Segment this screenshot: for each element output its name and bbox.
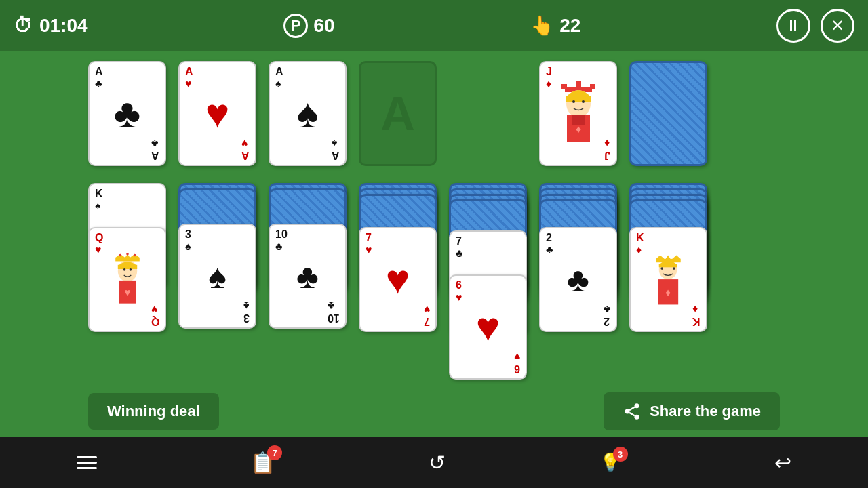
svg-rect-13: [115, 258, 140, 261]
menu-button[interactable]: [77, 456, 97, 469]
points-display: 60: [313, 15, 334, 37]
hand-icon: 👆: [530, 14, 554, 37]
winning-deal-label: Winning deal: [107, 403, 200, 420]
card-queen-hearts[interactable]: Q♥: [88, 227, 166, 332]
game-area: A♣ ♣ A♣ A♥ ♥ A♥ A♠ ♠ A♠ A J♦: [0, 51, 868, 437]
card-king-diamonds[interactable]: K♦ ♦: [629, 227, 707, 332]
hamburger-icon: [77, 456, 97, 469]
svg-marker-29: [672, 255, 680, 258]
tasks-button[interactable]: 📋 7: [250, 451, 275, 474]
col-5-stack[interactable]: 7♣ ♣ 7♣ 6♥ ♥ 6♥: [449, 183, 527, 373]
card-6-hearts[interactable]: 6♥ ♥ 6♥: [449, 274, 527, 380]
refresh-button[interactable]: ↺: [429, 451, 446, 474]
svg-point-36: [635, 415, 639, 420]
svg-point-17: [119, 253, 121, 256]
svg-point-30: [660, 267, 663, 270]
bottom-nav: 📋 7 ↺ 💡 3 ↩: [0, 437, 868, 488]
svg-rect-12: [117, 264, 136, 268]
svg-marker-28: [666, 255, 671, 258]
undo-button[interactable]: ↩: [774, 451, 791, 474]
card-7-hearts[interactable]: 7♥ ♥ 7♥: [359, 227, 437, 332]
winning-deal-button[interactable]: Winning deal: [88, 393, 219, 430]
share-game-label: Share the game: [650, 403, 761, 420]
card-2-clubs[interactable]: 2♣ ♣ 2♣: [539, 227, 617, 332]
col-4-stack[interactable]: 7♥ ♥ 7♥: [359, 183, 437, 332]
col-7-stack[interactable]: K♦ ♦: [629, 183, 707, 332]
tasks-badge: 7: [267, 445, 282, 460]
svg-point-6: [572, 100, 575, 103]
points-section: P 60: [283, 14, 334, 38]
timer-display: 01:04: [39, 15, 88, 37]
col-3-stack[interactable]: 10♣ ♣ 10♣: [269, 183, 347, 332]
undo-icon: ↩: [774, 451, 791, 474]
share-game-button[interactable]: Share the game: [604, 392, 780, 430]
card-jack-diamonds[interactable]: J♦: [539, 61, 617, 166]
card-3-spades[interactable]: 3♠ ♠ 3♠: [178, 224, 256, 329]
refresh-icon: ↺: [429, 451, 446, 474]
svg-point-21: [129, 268, 132, 271]
svg-text:♥: ♥: [124, 287, 131, 298]
card-placeholder-a[interactable]: A: [359, 61, 437, 166]
hint-button[interactable]: 💡 3: [599, 452, 621, 473]
svg-point-20: [123, 268, 125, 271]
svg-rect-5: [566, 96, 591, 102]
svg-point-19: [133, 253, 136, 256]
card-ace-clubs[interactable]: A♣ ♣ A♣: [88, 61, 166, 166]
points-icon: P: [283, 14, 308, 38]
svg-line-37: [629, 413, 635, 416]
svg-point-35: [625, 409, 630, 414]
svg-point-7: [582, 100, 585, 103]
timer-icon: ⏱: [14, 14, 33, 37]
moves-section: 👆 22: [530, 14, 580, 37]
svg-point-31: [673, 267, 675, 270]
svg-point-18: [126, 253, 129, 256]
card-back-1[interactable]: [629, 61, 707, 166]
svg-rect-2: [590, 84, 595, 89]
moves-display: 22: [559, 15, 580, 37]
card-ace-hearts[interactable]: A♥ ♥ A♥: [178, 61, 256, 166]
col-6-stack[interactable]: 2♣ ♣ 2♣: [539, 183, 617, 332]
svg-line-38: [629, 407, 635, 411]
svg-rect-26: [656, 258, 680, 262]
svg-point-34: [635, 403, 639, 408]
bottom-card-row: K♠ ♠ K♠ Q♥: [88, 183, 780, 373]
svg-rect-1: [561, 84, 567, 89]
top-bar: ⏱ 01:04 P 60 👆 22 ⏸ ✕: [0, 0, 868, 51]
share-icon: [623, 402, 642, 421]
card-10-clubs[interactable]: 10♣ ♣ 10♣: [269, 224, 347, 329]
svg-text:♦: ♦: [575, 123, 580, 135]
timer-section: ⏱ 01:04: [14, 14, 88, 37]
svg-rect-3: [576, 81, 581, 88]
top-card-row: A♣ ♣ A♣ A♥ ♥ A♥ A♠ ♠ A♠ A J♦: [88, 61, 780, 166]
pause-button[interactable]: ⏸: [776, 9, 810, 43]
svg-rect-25: [659, 264, 677, 267]
close-button[interactable]: ✕: [821, 9, 854, 43]
col-1-stack[interactable]: K♠ ♠ K♠ Q♥: [88, 183, 166, 332]
top-bar-controls: ⏸ ✕: [776, 9, 854, 43]
col-2-stack[interactable]: 3♠ ♠ 3♠: [178, 183, 256, 332]
card-ace-spades[interactable]: A♠ ♠ A♠: [269, 61, 347, 166]
bottom-buttons: Winning deal Share the game: [88, 392, 780, 430]
svg-text:♦: ♦: [665, 287, 671, 298]
hint-badge: 3: [613, 447, 628, 462]
svg-marker-27: [656, 255, 664, 258]
